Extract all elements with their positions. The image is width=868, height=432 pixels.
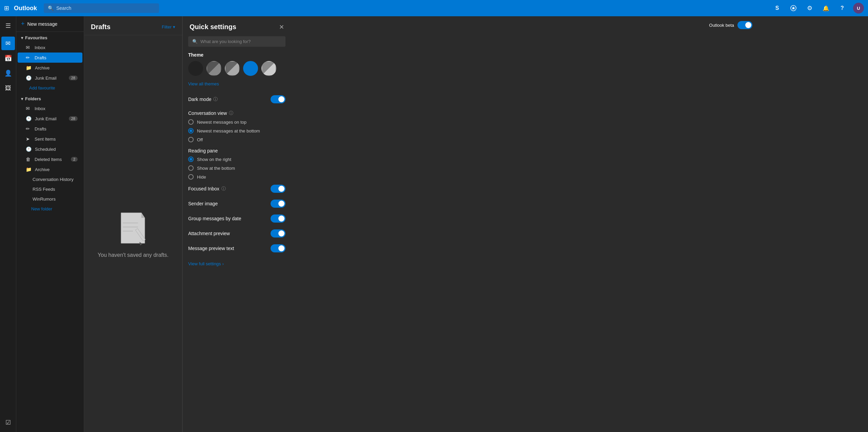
settings-icon[interactable]: ⚙: [804, 3, 815, 14]
people-nav-icon[interactable]: 👤: [1, 66, 15, 80]
beta-bar: Outlook beta: [704, 16, 758, 34]
focused-inbox-toggle[interactable]: [271, 185, 285, 193]
conv-newest-bottom-label: Newest messages at the bottom: [197, 128, 260, 133]
theme-gray-option[interactable]: [206, 61, 221, 76]
qs-search-bar[interactable]: 🔍: [188, 36, 285, 47]
mail-nav-icon[interactable]: ✉: [1, 37, 15, 50]
reading-hide-radio[interactable]: [188, 174, 194, 180]
rewards-icon[interactable]: [788, 3, 799, 14]
sender-image-toggle[interactable]: [271, 200, 285, 208]
view-full-settings-link[interactable]: View full settings ›: [183, 256, 291, 272]
winrumors-label: WinRumors: [33, 197, 56, 202]
dark-mode-label: Dark mode: [188, 97, 211, 102]
conv-newest-top-option[interactable]: Newest messages on top: [183, 118, 291, 126]
sidebar-item-folder-scheduled[interactable]: 🕐 Scheduled: [18, 144, 82, 154]
sidebar-item-folder-deleted[interactable]: 🗑 Deleted Items 2: [18, 154, 82, 164]
folder-inbox-label: Inbox: [35, 106, 45, 111]
focused-inbox-info-icon[interactable]: ⓘ: [221, 186, 226, 192]
new-message-button[interactable]: + New message: [16, 16, 84, 32]
new-folder-button[interactable]: New folder: [16, 204, 84, 214]
reading-right-option[interactable]: Show on the right: [183, 155, 291, 164]
sidebar-item-folder-archive[interactable]: 📁 Archive: [18, 164, 82, 174]
folders-section-header[interactable]: ▾ Folders: [16, 93, 84, 103]
theme-split-option[interactable]: [225, 61, 240, 76]
qs-search-input[interactable]: [200, 39, 281, 44]
quick-settings-title: Quick settings: [190, 23, 236, 31]
avatar[interactable]: U: [853, 3, 864, 14]
conv-off-option[interactable]: Off: [183, 135, 291, 144]
focused-inbox-row: Focused Inbox ⓘ: [183, 181, 291, 196]
search-input[interactable]: [56, 5, 155, 11]
conversation-view-label: Conversation view: [188, 110, 227, 116]
sidebar-item-folder-sent[interactable]: ➤ Sent Items: [18, 134, 82, 144]
beta-toggle[interactable]: [737, 21, 752, 29]
fav-archive-label: Archive: [35, 65, 50, 70]
sidebar-item-conv-history[interactable]: Conversation History: [18, 174, 82, 184]
help-icon[interactable]: ?: [837, 3, 848, 14]
photos-nav-icon[interactable]: 🖼: [1, 81, 15, 95]
favourites-label: Favourites: [25, 35, 47, 40]
folders-label: Folders: [25, 96, 41, 101]
reading-hide-option[interactable]: Hide: [183, 172, 291, 181]
calendar-nav-icon[interactable]: 📅: [1, 52, 15, 65]
empty-state: You haven't saved any drafts.: [98, 209, 169, 258]
folder-sent-label: Sent Items: [35, 137, 56, 142]
dark-mode-info-icon[interactable]: ⓘ: [213, 96, 218, 102]
quick-settings-close-button[interactable]: ✕: [279, 23, 284, 31]
group-messages-row: Group messages by date: [183, 211, 291, 226]
reading-right-radio[interactable]: [188, 157, 194, 162]
conversation-view-info-icon[interactable]: ⓘ: [229, 110, 233, 116]
reading-right-label: Show on the right: [197, 157, 231, 162]
quick-settings-panel: Quick settings ✕ 🔍 Theme View all themes…: [182, 16, 291, 432]
sidebar-item-rss-feeds[interactable]: RSS Feeds: [18, 184, 82, 194]
group-messages-toggle[interactable]: [271, 214, 285, 223]
reading-bottom-option[interactable]: Show at the bottom: [183, 164, 291, 172]
folder-junk-label: Junk Email: [35, 116, 57, 121]
add-favourite-button[interactable]: Add favourite: [16, 83, 84, 93]
sidebar-item-fav-drafts[interactable]: ✏ Drafts: [18, 53, 82, 63]
message-preview-row: Message preview text: [183, 241, 291, 256]
reading-pane-header-row: Reading pane: [183, 144, 291, 155]
junk-icon: 🕐: [26, 75, 32, 81]
sidebar-item-fav-inbox[interactable]: ✉ Inbox: [18, 42, 82, 53]
attachment-preview-toggle[interactable]: [271, 229, 285, 238]
sidebar-item-folder-inbox[interactable]: ✉ Inbox: [18, 103, 82, 114]
reading-bottom-label: Show at the bottom: [197, 166, 235, 171]
view-full-settings-label: View full settings: [188, 261, 221, 266]
folder-deleted-badge: 2: [71, 157, 78, 162]
sidebar-item-winrumors[interactable]: WinRumors: [18, 194, 82, 204]
conv-off-radio[interactable]: [188, 137, 194, 142]
theme-light-option[interactable]: [261, 61, 276, 76]
filter-button[interactable]: Filter ▾: [162, 24, 175, 29]
dark-mode-toggle[interactable]: [271, 95, 285, 103]
tasks-nav-icon[interactable]: ☑: [1, 416, 15, 429]
notifications-icon[interactable]: 🔔: [821, 3, 831, 14]
plus-icon: +: [21, 20, 25, 27]
search-bar[interactable]: 🔍: [44, 3, 159, 13]
dark-mode-row: Dark mode ⓘ: [183, 92, 291, 107]
reading-bottom-radio[interactable]: [188, 165, 194, 171]
rss-feeds-label: RSS Feeds: [33, 187, 55, 192]
sidebar-item-folder-drafts[interactable]: ✏ Drafts: [18, 124, 82, 134]
folder-pane-header: Drafts Filter ▾: [84, 16, 182, 35]
sidebar-item-fav-junk[interactable]: 🕐 Junk Email 28: [18, 73, 82, 83]
theme-dark-option[interactable]: [188, 61, 203, 76]
sidebar-item-fav-archive[interactable]: 📁 Archive: [18, 63, 82, 73]
grid-icon[interactable]: ⊞: [4, 4, 9, 12]
view-all-themes-link[interactable]: View all themes: [183, 81, 291, 92]
conv-newest-top-radio[interactable]: [188, 119, 194, 125]
hamburger-button[interactable]: ☰: [1, 19, 15, 33]
folder-drafts-label: Drafts: [35, 126, 46, 131]
skype-icon[interactable]: S: [772, 3, 783, 14]
theme-blue-option[interactable]: [243, 61, 258, 76]
message-preview-label: Message preview text: [188, 246, 234, 251]
conv-newest-bottom-radio[interactable]: [188, 128, 194, 133]
svg-marker-1: [792, 6, 795, 10]
quick-settings-header: Quick settings ✕: [183, 16, 291, 36]
favourites-section-header[interactable]: ▾ Favourites: [16, 32, 84, 42]
message-preview-toggle[interactable]: [271, 244, 285, 252]
main-content: You haven't saved any drafts.: [84, 35, 182, 432]
conv-newest-bottom-option[interactable]: Newest messages at the bottom: [183, 126, 291, 135]
filter-chevron-icon: ▾: [173, 24, 175, 29]
sidebar-item-folder-junk[interactable]: 🕐 Junk Email 28: [18, 114, 82, 124]
